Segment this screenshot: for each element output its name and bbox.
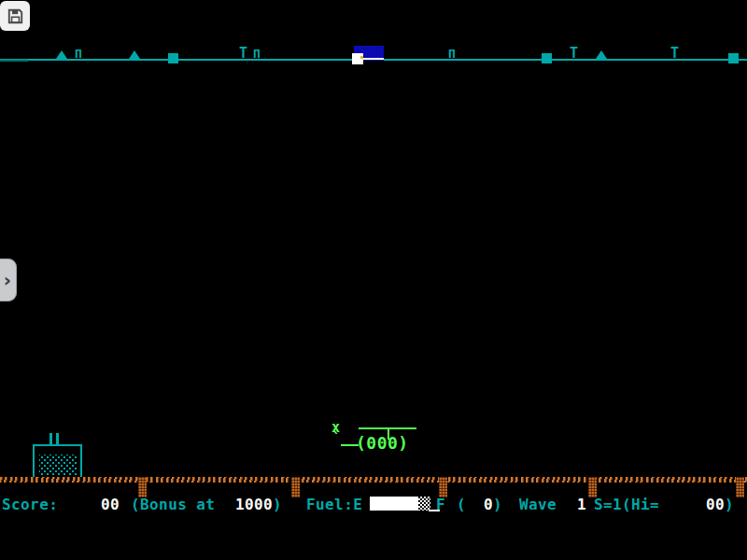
block-icon [728, 53, 739, 63]
base-ground-line [363, 58, 384, 60]
tree-icon [596, 50, 607, 59]
tree-icon [129, 50, 140, 59]
tee-icon: T [570, 45, 578, 62]
block-icon [168, 53, 178, 63]
ground-post [588, 477, 597, 497]
hiscore-label: (Hi= [622, 496, 659, 513]
fuel-close-paren: ) [493, 496, 502, 513]
fuel-open-paren: ( [457, 496, 466, 513]
ground-post [736, 477, 744, 497]
gate-icon: Π [253, 47, 261, 61]
hiscore-value: 00 [706, 496, 725, 513]
chimney-left [49, 433, 52, 445]
ground-post [138, 477, 147, 497]
heli-hook: ` [331, 429, 341, 448]
block-icon [542, 53, 552, 63]
fuel-full-label: F [436, 496, 445, 513]
fuel-value: 0 [484, 496, 493, 513]
gate-icon: Π [448, 47, 456, 61]
fuel-gauge-fill [370, 497, 418, 511]
wave-value: 1 [577, 496, 586, 513]
landing-pad-icon [352, 53, 363, 64]
gate-icon: Π [75, 47, 82, 61]
game-screen: ΠTΠΠTT x ` (000) Score: 00 (Bonus at 100… [0, 0, 747, 560]
tree-icon [56, 50, 67, 59]
sidebar-toggle-button[interactable]: › [0, 259, 17, 301]
hiscore-close-paren: ) [725, 496, 734, 513]
score-label: Score: [2, 496, 58, 513]
heli-body: (000) [356, 435, 409, 452]
chevron-right-icon: › [4, 269, 11, 291]
bonus-close-paren: ) [273, 496, 282, 513]
bonus-label: (Bonus at [131, 496, 215, 513]
depot-dot-fill [39, 455, 77, 476]
player-marker-dot [360, 56, 363, 59]
ground-post [291, 477, 300, 497]
ground-post [439, 477, 447, 497]
fuel-gauge-partial [418, 497, 430, 511]
ground [0, 477, 747, 483]
floppy-icon [7, 7, 24, 25]
ships-label: S=1 [594, 496, 622, 513]
tee-icon: T [670, 45, 679, 62]
fuel-label: Fuel:E [306, 496, 362, 513]
save-button[interactable] [0, 1, 30, 31]
tee-icon: T [239, 45, 247, 62]
wave-label: Wave [519, 496, 557, 513]
chimney-right [56, 433, 59, 445]
radar-line-left [0, 60, 28, 62]
bonus-value: 1000 [235, 496, 273, 513]
score-value: 00 [101, 496, 120, 513]
